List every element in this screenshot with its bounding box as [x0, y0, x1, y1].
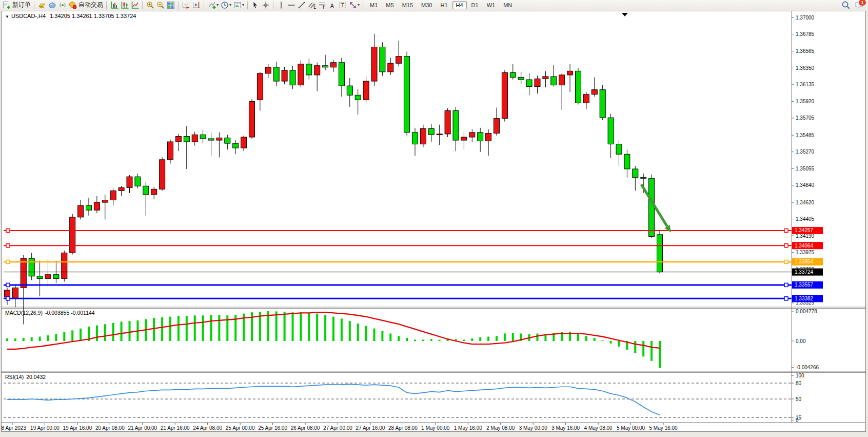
candle-body	[388, 63, 393, 72]
search-icon	[841, 1, 850, 9]
candle-body	[225, 138, 230, 143]
templates-button[interactable]: ▾	[232, 1, 245, 10]
arrow-annotation[interactable]	[641, 184, 671, 233]
candle-body	[323, 66, 328, 67]
candle-body	[486, 133, 491, 141]
svg-text:E: E	[313, 4, 316, 9]
toolbar-button-label: 新订单	[12, 1, 31, 9]
timeframe-m30-button[interactable]: M30	[418, 1, 436, 9]
candle-body	[633, 169, 638, 178]
candle-body	[649, 178, 655, 236]
candle-body	[257, 73, 263, 100]
line-handle	[784, 229, 788, 232]
timeframe-h1-button[interactable]: H1	[437, 1, 451, 9]
rsi-tick-label: 80	[796, 381, 802, 386]
horizontal-line-tool-button[interactable]	[286, 1, 297, 10]
candle-body	[543, 77, 548, 79]
candle-body	[371, 47, 377, 81]
symbol-period-label: USDCAD-,H4	[11, 13, 46, 19]
timeframe-m15-button[interactable]: M15	[399, 1, 417, 9]
rsi-axis[interactable]: 1008050150	[792, 373, 804, 423]
line-handle	[784, 297, 788, 300]
zoom-in-icon	[146, 1, 154, 9]
price-tick-label: 1.35270	[796, 149, 815, 155]
candlestick-chart-icon	[121, 1, 129, 9]
chart-shift-marker[interactable]	[622, 13, 628, 16]
chevron-down-icon: ▾	[216, 3, 219, 7]
arrows-icon	[349, 1, 357, 9]
candlestick-chart-button[interactable]	[120, 1, 130, 10]
time-axis[interactable]: 18 Apr 202319 Apr 00:0019 Apr 16:0020 Ap…	[2, 423, 678, 431]
timeframe-w1-button[interactable]: W1	[483, 1, 499, 9]
candle-body	[657, 235, 663, 272]
price-tick-label: 1.36135	[796, 82, 815, 87]
time-tick-label: 2 May 08:00	[486, 425, 515, 431]
text-label-tool-button[interactable]: T	[338, 1, 348, 10]
signals-button[interactable]	[57, 1, 68, 10]
auto-trading-button[interactable]: 自动交易	[68, 1, 104, 10]
crosshair-tool-button[interactable]	[261, 1, 271, 10]
arrows-tool-button[interactable]: ▾	[348, 1, 361, 10]
zoom-out-button[interactable]	[155, 1, 166, 10]
macd-histogram	[7, 311, 660, 368]
metaeditor-button[interactable]	[47, 1, 57, 10]
toolbar-separator	[247, 1, 248, 9]
auto-scroll-button[interactable]	[181, 1, 191, 10]
candle-body	[494, 119, 500, 134]
text-icon: A	[328, 1, 337, 9]
timeframe-m5-button[interactable]: M5	[382, 1, 397, 9]
text-tool-button[interactable]: A	[327, 1, 338, 10]
line-handle	[784, 283, 788, 287]
bar-chart-button[interactable]	[109, 1, 120, 10]
crosshair-icon	[262, 1, 270, 9]
line-chart-button[interactable]	[130, 1, 140, 10]
candle-body	[641, 178, 646, 179]
new-order-icon	[3, 1, 11, 9]
collapse-arrow-icon[interactable]: ▼	[5, 14, 9, 19]
candle-body	[608, 118, 614, 144]
indicators-button[interactable]: ▾	[207, 1, 220, 10]
search-button[interactable]	[840, 1, 851, 10]
fibonacci-tool-button[interactable]: F	[317, 1, 327, 10]
time-tick-label: 28 Apr 08:00	[388, 425, 418, 431]
candle-body	[86, 205, 92, 210]
line-handle	[6, 283, 10, 287]
svg-text:A: A	[330, 3, 334, 8]
candle-body	[510, 72, 516, 77]
candle-body	[445, 111, 450, 134]
chart-shift-button[interactable]	[191, 1, 202, 10]
zoom-in-button[interactable]	[145, 1, 155, 10]
timeframe-m1-button[interactable]: M1	[366, 1, 381, 9]
auto-scroll-icon	[182, 1, 190, 9]
tile-windows-icon	[167, 1, 175, 9]
timeframe-h4-button[interactable]: H4	[452, 1, 467, 9]
candle-body	[420, 128, 426, 144]
macd-tick-label: -0.004266	[796, 365, 819, 370]
horizontal-lines[interactable]: 1.342571.340641.338541.337241.335571.333…	[4, 227, 823, 302]
time-tick-label: 5 May 00:00	[617, 425, 645, 431]
toolbar-separator	[204, 1, 205, 9]
new-order-button[interactable]: 新订单	[2, 1, 32, 10]
horizontal-line-icon	[287, 1, 295, 9]
notifications-button[interactable]: 1	[854, 1, 864, 10]
time-tick-label: 18 Apr 2023	[2, 425, 26, 431]
price-tick-label: 1.35705	[796, 115, 815, 121]
channel-tool-button[interactable]: E	[307, 1, 317, 10]
candle-body	[559, 75, 565, 85]
panel-separators[interactable]	[2, 307, 865, 423]
candle-body	[110, 191, 116, 200]
chart-canvas[interactable]: 1.370001.367851.365651.363501.361351.359…	[2, 11, 865, 431]
trendline-tool-button[interactable]	[297, 1, 307, 10]
candle-body	[143, 186, 149, 195]
fibonacci-icon: F	[318, 1, 326, 9]
chevron-down-icon: ▾	[242, 3, 244, 7]
tile-windows-button[interactable]	[166, 1, 176, 10]
periods-button[interactable]: ▾	[220, 1, 232, 10]
timeframe-mn-button[interactable]: MN	[500, 1, 516, 9]
cursor-tool-button[interactable]	[250, 1, 261, 10]
timeframe-d1-button[interactable]: D1	[468, 1, 482, 9]
toolbar-right-group: 1	[840, 1, 864, 10]
macd-axis[interactable]: 0.0047780.00-0.004266	[792, 309, 819, 371]
market-watch-button[interactable]	[37, 1, 47, 10]
vertical-line-tool-button[interactable]	[276, 1, 286, 10]
